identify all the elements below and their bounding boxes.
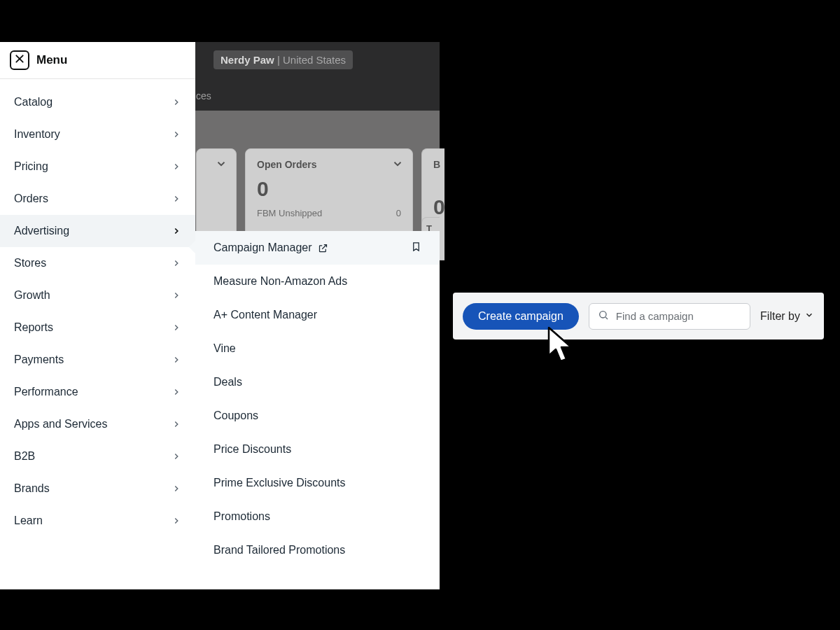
chevron-right-icon (172, 516, 181, 526)
sidebar-item-growth[interactable]: Growth (0, 279, 195, 312)
seller-central-screenshot: Nerdy Paw | United States ces Open Order… (0, 42, 440, 589)
submenu-pointer (189, 241, 195, 253)
filter-by-dropdown[interactable]: Filter by (760, 310, 814, 323)
filter-label: Filter by (760, 310, 800, 323)
submenu-item-label: Vine (214, 342, 236, 355)
submenu-item-deals[interactable]: Deals (195, 365, 440, 399)
submenu-item-prime-exclusive[interactable]: Prime Exclusive Discounts (195, 466, 440, 500)
chevron-right-icon (172, 194, 181, 204)
sidebar-item-label: Reports (14, 321, 53, 334)
sidebar-item-performance[interactable]: Performance (0, 376, 195, 408)
submenu-item-price-discounts[interactable]: Price Discounts (195, 433, 440, 466)
submenu-item-coupons[interactable]: Coupons (195, 399, 440, 433)
submenu-item-aplus[interactable]: A+ Content Manager (195, 298, 440, 332)
chevron-right-icon (172, 355, 181, 365)
sidebar-item-label: B2B (14, 450, 35, 463)
campaign-toolbar: Create campaign Filter by (453, 293, 824, 340)
card-title: Open Orders (257, 159, 401, 170)
sidebar-item-b2b[interactable]: B2B (0, 440, 195, 472)
store-region: United States (283, 54, 346, 66)
chevron-right-icon (172, 258, 181, 268)
sidebar-item-label: Advertising (14, 225, 69, 237)
sidebar-item-advertising[interactable]: Advertising (0, 215, 195, 247)
sidebar-item-learn[interactable]: Learn (0, 505, 195, 537)
sidebar-item-label: Apps and Services (14, 418, 107, 430)
sidebar-item-pricing[interactable]: Pricing (0, 150, 195, 183)
card-row-value: 0 (396, 208, 401, 218)
create-campaign-button[interactable]: Create campaign (463, 303, 579, 330)
search-icon (598, 309, 609, 323)
chevron-down-icon (804, 310, 814, 323)
menu-header: Menu (0, 42, 195, 79)
submenu-item-label: Measure Non-Amazon Ads (214, 275, 347, 288)
sidebar-item-apps[interactable]: Apps and Services (0, 408, 195, 440)
close-icon (14, 53, 25, 67)
sidebar-item-label: Brands (14, 482, 50, 495)
sidebar-item-label: Orders (14, 192, 48, 205)
campaign-search[interactable] (589, 303, 750, 330)
chevron-right-icon (172, 290, 181, 300)
menu-title: Menu (36, 53, 67, 67)
sidebar-item-label: Payments (14, 354, 64, 366)
submenu-item-label: Deals (214, 376, 242, 388)
submenu-item-vine[interactable]: Vine (195, 332, 440, 365)
sidebar-item-label: Stores (14, 257, 46, 270)
sidebar-item-inventory[interactable]: Inventory (0, 118, 195, 150)
svg-point-2 (600, 311, 606, 317)
chevron-right-icon (172, 226, 181, 236)
chevron-right-icon (172, 130, 181, 139)
chevron-right-icon (172, 387, 181, 397)
card-row-label: FBM Unshipped (257, 208, 322, 218)
store-selector[interactable]: Nerdy Paw | United States (214, 50, 353, 69)
chevron-right-icon (172, 162, 181, 172)
chevron-down-icon[interactable] (391, 158, 404, 170)
sidebar-item-reports[interactable]: Reports (0, 312, 195, 344)
submenu-item-label: Brand Tailored Promotions (214, 544, 345, 556)
card-value: 0 (257, 177, 401, 201)
sidebar-item-label: Performance (14, 386, 78, 398)
bookmark-icon[interactable] (411, 241, 421, 254)
sidebar-item-stores[interactable]: Stores (0, 247, 195, 279)
sidebar-item-label: Catalog (14, 96, 52, 108)
close-menu-button[interactable] (10, 50, 29, 70)
submenu-item-label: A+ Content Manager (214, 309, 317, 321)
chevron-right-icon (172, 323, 181, 332)
main-sidebar: Menu Catalog Inventory Pricing Orders Ad… (0, 42, 195, 589)
submenu-item-campaign-manager[interactable]: Campaign Manager (195, 231, 440, 265)
svg-line-3 (606, 317, 608, 319)
chevron-right-icon (172, 484, 181, 493)
sidebar-item-catalog[interactable]: Catalog (0, 86, 195, 118)
advertising-submenu: Campaign Manager Measure Non-Amazon Ads … (195, 231, 440, 589)
submenu-item-label: Coupons (214, 410, 258, 422)
sidebar-item-label: Inventory (14, 128, 60, 141)
chevron-right-icon (172, 97, 181, 107)
sidebar-item-label: Pricing (14, 160, 48, 173)
search-input[interactable] (616, 310, 741, 322)
chevron-down-icon[interactable] (215, 158, 227, 170)
submenu-item-label: Prime Exclusive Discounts (214, 477, 346, 489)
breadcrumb-fragment: ces (196, 90, 211, 102)
external-link-icon (318, 243, 328, 253)
submenu-item-label: Campaign Manager (214, 241, 312, 254)
submenu-item-promotions[interactable]: Promotions (195, 500, 440, 533)
submenu-item-measure-non-amazon[interactable]: Measure Non-Amazon Ads (195, 265, 440, 298)
sidebar-item-label: Growth (14, 289, 50, 302)
sidebar-item-label: Learn (14, 514, 43, 527)
chevron-right-icon (172, 419, 181, 429)
submenu-item-label: Price Discounts (214, 443, 291, 456)
store-name: Nerdy Paw (220, 54, 274, 66)
chevron-right-icon (172, 451, 181, 461)
sidebar-item-orders[interactable]: Orders (0, 183, 195, 215)
sidebar-item-payments[interactable]: Payments (0, 344, 195, 376)
store-divider: | (277, 54, 283, 66)
sidebar-item-brands[interactable]: Brands (0, 472, 195, 505)
submenu-item-label: Promotions (214, 510, 270, 523)
nav-list: Catalog Inventory Pricing Orders Adverti… (0, 79, 195, 544)
submenu-item-brand-tailored[interactable]: Brand Tailored Promotions (195, 533, 440, 567)
